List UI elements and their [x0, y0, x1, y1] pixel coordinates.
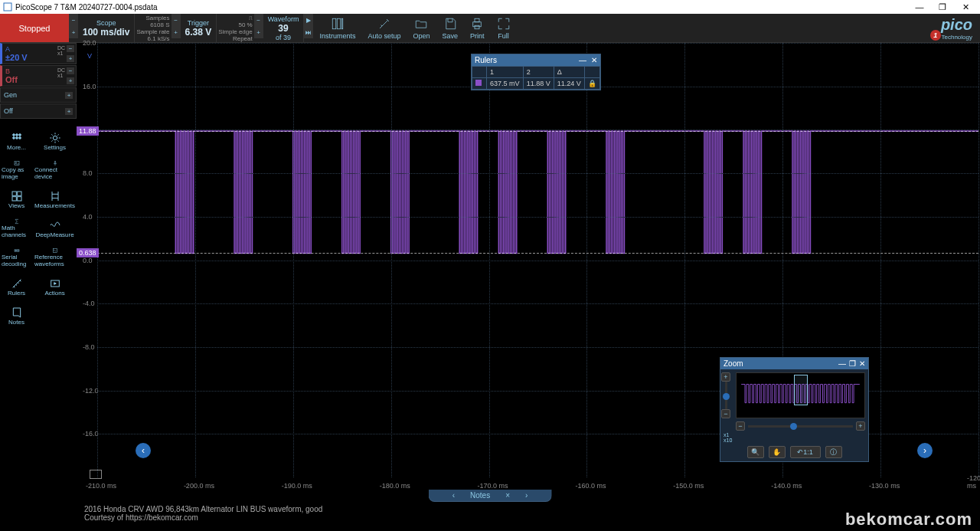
- maximize-button[interactable]: ❐: [931, 2, 954, 12]
- reference-icon: [49, 247, 61, 254]
- waveform-group[interactable]: Waveform 39 of 39: [263, 14, 305, 42]
- reference-button[interactable]: Reference waveforms: [33, 243, 77, 272]
- wf-next[interactable]: ▶: [304, 14, 313, 26]
- x-tick-label: -140.0 ms: [771, 482, 802, 490]
- x-tick-label: -200.0 ms: [184, 482, 214, 490]
- gen-plus[interactable]: +: [65, 92, 73, 99]
- wf-plus[interactable]: +: [254, 26, 263, 38]
- zoom-selection[interactable]: [794, 375, 808, 405]
- fullscreen-button[interactable]: Full: [491, 14, 517, 42]
- serial-button[interactable]: Serial decoding: [0, 243, 33, 272]
- trigger-minus[interactable]: −: [172, 14, 181, 26]
- channel-gen[interactable]: Gen +: [0, 87, 77, 103]
- zoom-v-plus[interactable]: +: [721, 372, 730, 382]
- svg-rect-16: [12, 192, 16, 195]
- ch-a-minus[interactable]: −: [67, 45, 74, 52]
- notes-close[interactable]: ×: [505, 491, 510, 500]
- zoom-min-icon[interactable]: —: [838, 359, 846, 368]
- scope-minus[interactable]: −: [69, 14, 78, 26]
- svg-rect-0: [4, 3, 11, 11]
- ch-b-plus[interactable]: +: [67, 77, 74, 84]
- scope-group[interactable]: Scope 100 ms/div: [78, 14, 135, 42]
- connect-button[interactable]: Connect device: [33, 156, 77, 185]
- svg-point-11: [15, 136, 18, 139]
- save-icon: [443, 17, 457, 31]
- zoom-close-icon[interactable]: ✕: [859, 359, 865, 368]
- instruments-button[interactable]: Instruments: [313, 14, 361, 42]
- notes-tab[interactable]: ‹ Notes × ›: [429, 490, 552, 502]
- zoom-title-text: Zoom: [724, 359, 743, 368]
- ruler-handle[interactable]: 0.638: [77, 248, 99, 257]
- zoom-h-thumb[interactable]: [790, 423, 797, 430]
- ruler-delta: 11.24 V: [554, 78, 584, 90]
- svg-rect-2: [337, 18, 341, 29]
- zoom-preview[interactable]: [736, 372, 865, 418]
- trigger-group[interactable]: Trigger 6.38 V: [181, 14, 217, 42]
- zoom-v-minus[interactable]: −: [721, 409, 730, 418]
- gen-plus2[interactable]: +: [65, 108, 73, 115]
- svg-point-10: [12, 136, 15, 139]
- scope-plus[interactable]: +: [69, 26, 78, 38]
- notes-label: Notes: [470, 491, 490, 500]
- zoom-window[interactable]: Zoom —❐✕ + − − + x1x10 🔍 ✋ ↶ 1:1 ⓘ: [720, 357, 869, 462]
- zoom-v-thumb[interactable]: [723, 393, 730, 400]
- channel-b[interactable]: B DCx1 − + Off: [0, 65, 77, 87]
- notes-button[interactable]: Notes: [0, 301, 33, 330]
- autosetup-button[interactable]: Auto setup: [361, 14, 407, 42]
- zoom-info-button[interactable]: ⓘ: [825, 446, 842, 458]
- zoom-h-plus[interactable]: +: [856, 421, 865, 431]
- wf-end[interactable]: ⏭: [304, 26, 313, 38]
- y-tick-label: -12.0: [83, 387, 99, 395]
- svg-rect-17: [17, 192, 21, 195]
- views-button[interactable]: Views: [0, 185, 33, 214]
- nav-right-button[interactable]: ›: [917, 443, 933, 458]
- settings-button[interactable]: Settings: [33, 126, 77, 156]
- rulers-window[interactable]: Rulers —✕ 12Δ 637.5 mV11.88 V11.24 V🔒: [471, 54, 601, 90]
- zoom-titlebar[interactable]: Zoom —❐✕: [720, 358, 868, 369]
- x-tick-label: -190.0 ms: [282, 482, 312, 490]
- trigger-label: Trigger: [188, 19, 209, 27]
- zoom-h-minus[interactable]: −: [736, 421, 745, 431]
- zoom-pan-button[interactable]: ✋: [769, 446, 786, 458]
- svg-rect-18: [12, 196, 16, 200]
- run-stop-button[interactable]: Stopped: [0, 14, 69, 42]
- footer-line2: Courtesy of https://bekomcar.com: [84, 513, 896, 522]
- notes-chevron-right: ›: [525, 491, 528, 500]
- copy-image-button[interactable]: Copy as image: [0, 156, 33, 185]
- math-button[interactable]: Math channels: [0, 214, 33, 243]
- rulers-titlebar[interactable]: Rulers —✕: [472, 54, 600, 66]
- nav-left-button[interactable]: ‹: [136, 443, 151, 458]
- rulers-close-icon[interactable]: ✕: [591, 56, 597, 64]
- print-button[interactable]: Print: [464, 14, 491, 42]
- ruler-icon: [11, 277, 23, 290]
- trigger-plus[interactable]: +: [172, 26, 181, 38]
- ch-a-plus[interactable]: +: [67, 55, 74, 62]
- save-button[interactable]: Save: [436, 14, 464, 42]
- zoom-h-slider[interactable]: [748, 425, 853, 428]
- ruler-handle[interactable]: 11.88: [77, 126, 99, 136]
- usb-icon: [49, 160, 61, 166]
- zoom-magnify-button[interactable]: 🔍: [747, 446, 764, 458]
- wand-icon: [377, 17, 391, 31]
- zoom-reset-button[interactable]: ↶ 1:1: [790, 446, 821, 458]
- deepmeasure-button[interactable]: DeepMeasure: [33, 214, 77, 243]
- fullscreen-icon: [497, 17, 511, 31]
- measurements-button[interactable]: Measurements: [33, 185, 77, 214]
- print-icon: [470, 17, 484, 31]
- channel-a-name: A: [5, 45, 10, 53]
- rulers-button[interactable]: Rulers: [0, 272, 33, 301]
- rulers-min-icon[interactable]: —: [579, 56, 586, 64]
- wf-minus[interactable]: −: [254, 14, 263, 26]
- minimize-button[interactable]: —: [908, 2, 931, 12]
- close-button[interactable]: ✕: [954, 2, 977, 12]
- ch-b-minus[interactable]: −: [67, 67, 74, 74]
- actions-button[interactable]: Actions: [33, 272, 77, 301]
- channel-a[interactable]: A DCx1 − + ±20 V: [0, 43, 77, 64]
- more-button[interactable]: More...: [0, 126, 33, 156]
- x-tick-label: -160.0 ms: [575, 482, 606, 490]
- ruler-lock-icon[interactable]: 🔒: [584, 78, 599, 90]
- open-button[interactable]: Open: [407, 14, 436, 42]
- zoom-max-icon[interactable]: ❐: [849, 359, 856, 368]
- channel-gen-off[interactable]: Off +: [0, 103, 77, 119]
- notification-badge[interactable]: 1: [930, 30, 941, 41]
